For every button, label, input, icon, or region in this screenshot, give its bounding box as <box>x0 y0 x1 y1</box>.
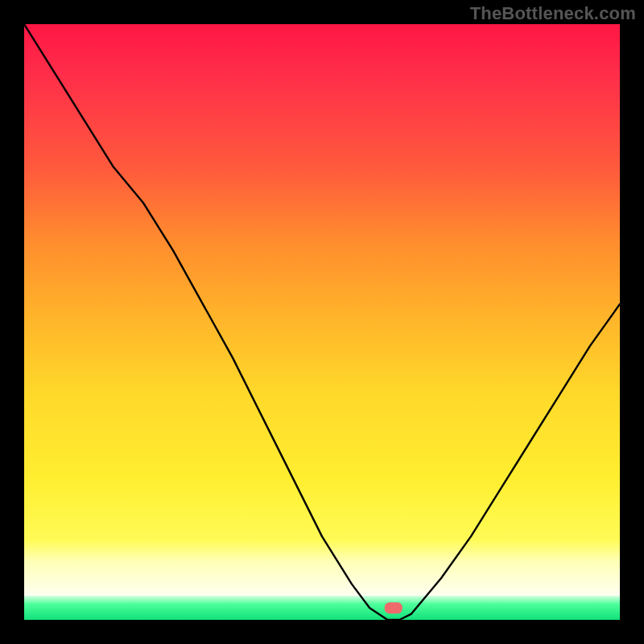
chart-frame: TheBottleneck.com <box>0 0 644 644</box>
bottleneck-curve <box>24 24 620 620</box>
optimum-marker <box>385 602 402 613</box>
plot-area <box>24 24 620 620</box>
watermark-text: TheBottleneck.com <box>470 3 636 24</box>
curve-svg <box>24 24 620 620</box>
